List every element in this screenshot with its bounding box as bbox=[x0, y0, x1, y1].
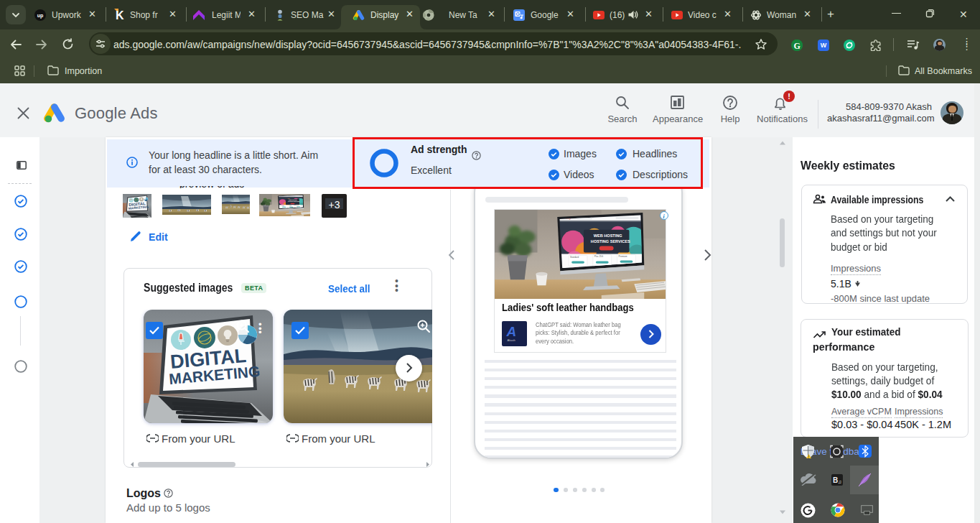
svg-text:K: K bbox=[116, 9, 124, 21]
svg-text:G: G bbox=[794, 41, 801, 51]
svg-text:♫: ♫ bbox=[838, 479, 841, 484]
svg-text:G: G bbox=[515, 11, 520, 17]
